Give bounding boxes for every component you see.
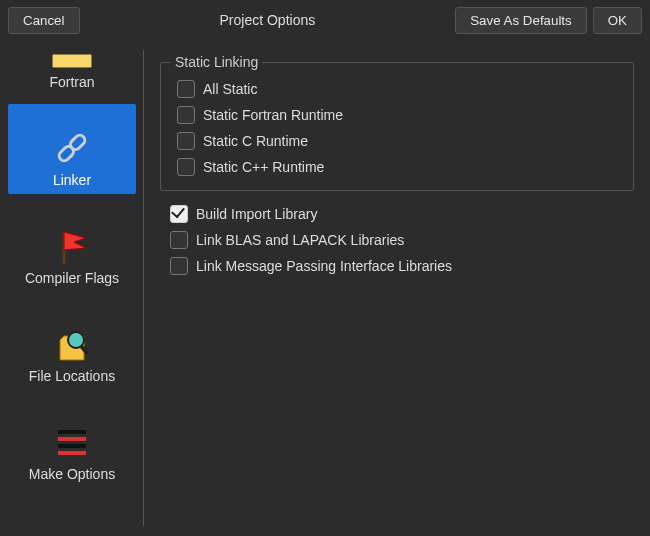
sidebar-item-compiler-flags[interactable]: Compiler Flags bbox=[8, 202, 136, 292]
group-title: Static Linking bbox=[171, 54, 262, 70]
main-panel: Static Linking All Static Static Fortran… bbox=[144, 40, 650, 536]
static-linking-group: Static Linking All Static Static Fortran… bbox=[160, 54, 634, 191]
sidebar-item-label: File Locations bbox=[29, 368, 115, 384]
ok-button[interactable]: OK bbox=[593, 7, 642, 34]
search-icon bbox=[48, 322, 96, 366]
checkbox-box[interactable] bbox=[170, 257, 188, 275]
checkbox-build-import-lib[interactable]: Build Import Library bbox=[164, 201, 634, 227]
sidebar-item-fortran[interactable]: Fortran bbox=[8, 42, 136, 96]
svg-rect-9 bbox=[58, 451, 86, 455]
checkbox-label: All Static bbox=[203, 81, 257, 97]
sidebar-item-label: Linker bbox=[53, 172, 91, 188]
checkbox-static-cpp-rt[interactable]: Static C++ Runtime bbox=[171, 154, 623, 180]
checkbox-link-mpi[interactable]: Link Message Passing Interface Libraries bbox=[164, 253, 634, 279]
fortran-icon bbox=[48, 54, 96, 72]
checkbox-label: Link Message Passing Interface Libraries bbox=[196, 258, 452, 274]
flag-icon bbox=[48, 224, 96, 268]
sidebar-item-label: Compiler Flags bbox=[25, 270, 119, 286]
checkbox-box[interactable] bbox=[170, 205, 188, 223]
other-options: Build Import Library Link BLAS and LAPAC… bbox=[160, 201, 634, 279]
svg-rect-8 bbox=[58, 444, 86, 448]
titlebar: Cancel Project Options Save As Defaults … bbox=[0, 0, 650, 40]
checkbox-label: Static C++ Runtime bbox=[203, 159, 324, 175]
checkbox-label: Build Import Library bbox=[196, 206, 317, 222]
sidebar-item-label: Make Options bbox=[29, 466, 115, 482]
svg-rect-7 bbox=[58, 437, 86, 441]
svg-rect-6 bbox=[58, 430, 86, 434]
checkbox-label: Link BLAS and LAPACK Libraries bbox=[196, 232, 404, 248]
checkbox-static-fortran-rt[interactable]: Static Fortran Runtime bbox=[171, 102, 623, 128]
checkbox-box[interactable] bbox=[170, 231, 188, 249]
checkbox-all-static[interactable]: All Static bbox=[171, 76, 623, 102]
sidebar-item-file-locations[interactable]: File Locations bbox=[8, 300, 136, 390]
checkbox-box[interactable] bbox=[177, 80, 195, 98]
cancel-button[interactable]: Cancel bbox=[8, 7, 80, 34]
sidebar-item-linker[interactable]: Linker bbox=[8, 104, 136, 194]
save-as-defaults-button[interactable]: Save As Defaults bbox=[455, 7, 587, 34]
checkbox-box[interactable] bbox=[177, 106, 195, 124]
svg-rect-2 bbox=[68, 133, 86, 151]
window-title: Project Options bbox=[86, 12, 450, 28]
checkbox-static-c-rt[interactable]: Static C Runtime bbox=[171, 128, 623, 154]
link-icon bbox=[48, 126, 96, 170]
checkbox-box[interactable] bbox=[177, 158, 195, 176]
checkbox-label: Static Fortran Runtime bbox=[203, 107, 343, 123]
checkbox-box[interactable] bbox=[177, 132, 195, 150]
sidebar-item-label: Fortran bbox=[49, 74, 94, 90]
sidebar-item-make-options[interactable]: Make Options bbox=[8, 398, 136, 488]
sidebar: Fortran Linker Compile bbox=[0, 40, 144, 536]
svg-rect-0 bbox=[52, 54, 92, 68]
dialog-body: Fortran Linker Compile bbox=[0, 40, 650, 536]
list-icon bbox=[48, 420, 96, 464]
checkbox-label: Static C Runtime bbox=[203, 133, 308, 149]
checkbox-link-blas-lapack[interactable]: Link BLAS and LAPACK Libraries bbox=[164, 227, 634, 253]
